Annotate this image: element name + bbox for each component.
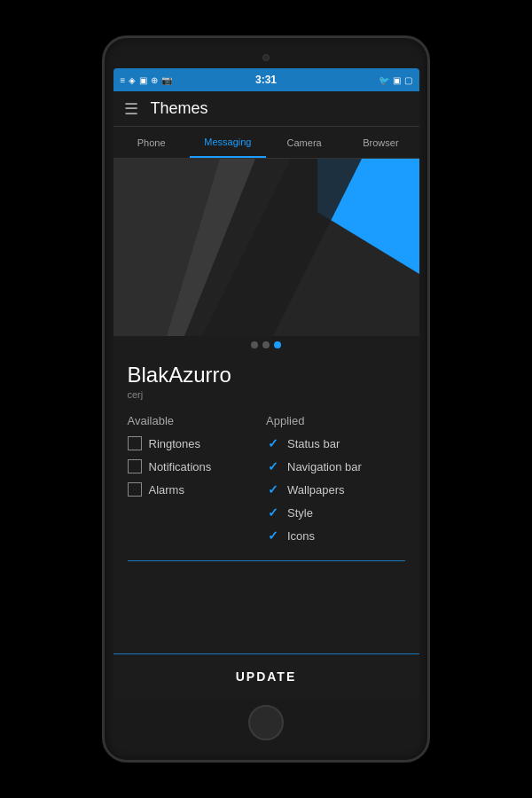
columns: Available Ringtones Notifications Alarms [128,414,405,552]
status-right-icons: 🐦 ▣ ▢ [379,75,412,85]
status-icon-2: ◈ [129,75,136,85]
tab-camera[interactable]: Camera [266,127,342,158]
label-notifications: Notifications [149,460,212,473]
hamburger-icon[interactable]: ☰ [124,99,138,119]
status-right-icon-3: ▢ [404,75,412,85]
applied-item-icons[interactable]: Icons [266,528,405,543]
available-title: Available [128,414,267,427]
available-item-alarms[interactable]: Alarms [128,482,267,497]
label-navbar: Navigation bar [287,460,362,473]
status-bar: ≡ ◈ ▣ ⊕ 📷 3:31 🐦 ▣ ▢ [113,68,419,91]
dot-2 [262,341,270,348]
label-icons: Icons [287,529,315,543]
device-screen: ≡ ◈ ▣ ⊕ 📷 3:31 🐦 ▣ ▢ ☰ Themes [113,68,419,698]
label-statusbar: Status bar [287,437,340,450]
theme-preview-svg [113,159,419,336]
tab-phone[interactable]: Phone [113,127,190,158]
update-button[interactable]: UPDATE [236,669,297,684]
dot-1 [251,341,258,348]
content-area: BlakAzurro cerj Available Ringtones Noti… [113,354,419,653]
tab-browser[interactable]: Browser [342,127,419,158]
tab-messaging[interactable]: Messaging [190,127,266,158]
applied-item-wallpapers[interactable]: Wallpapers [266,482,405,497]
status-icon-4: ⊕ [151,75,158,85]
label-style: Style [287,506,313,520]
available-column: Available Ringtones Notifications Alarms [128,414,267,552]
theme-name: BlakAzurro [128,363,405,387]
pagination-dots [113,336,419,354]
available-item-notifications[interactable]: Notifications [128,459,267,473]
applied-item-statusbar[interactable]: Status bar [266,436,405,450]
update-bar: UPDATE [113,653,419,698]
checkbox-alarms[interactable] [128,482,142,497]
home-button[interactable] [248,705,284,740]
checkbox-navbar[interactable] [266,459,280,473]
status-right-icon-2: ▣ [393,75,401,85]
status-time: 3:31 [255,74,277,86]
divider [128,560,405,561]
label-alarms: Alarms [149,483,184,497]
dot-3 [274,341,281,348]
status-icon-5: 📷 [161,75,172,85]
status-icon-3: ▣ [139,75,147,85]
applied-item-navbar[interactable]: Navigation bar [266,459,405,473]
applied-item-style[interactable]: Style [266,505,405,520]
available-item-ringtones[interactable]: Ringtones [128,436,267,450]
label-wallpapers: Wallpapers [287,483,345,497]
checkbox-style[interactable] [266,505,280,520]
applied-title: Applied [266,414,405,427]
checkbox-wallpapers[interactable] [266,482,280,497]
app-title: Themes [151,99,208,118]
checkbox-ringtones[interactable] [128,436,142,450]
checkbox-notifications[interactable] [128,459,142,473]
checkbox-statusbar[interactable] [266,436,280,450]
app-bar: ☰ Themes [113,91,419,127]
device-frame: ≡ ◈ ▣ ⊕ 📷 3:31 🐦 ▣ ▢ ☰ Themes [102,35,430,763]
theme-author: cerj [128,389,405,400]
theme-preview [113,159,419,336]
device-camera [262,54,270,61]
applied-column: Applied Status bar Navigation bar Wallpa… [266,414,405,552]
status-right-icon-1: 🐦 [379,75,389,85]
status-icon-1: ≡ [121,75,126,85]
status-left-icons: ≡ ◈ ▣ ⊕ 📷 [121,75,173,85]
tabs-bar: Phone Messaging Camera Browser [113,127,419,159]
label-ringtones: Ringtones [149,437,201,450]
checkbox-icons[interactable] [266,528,280,543]
